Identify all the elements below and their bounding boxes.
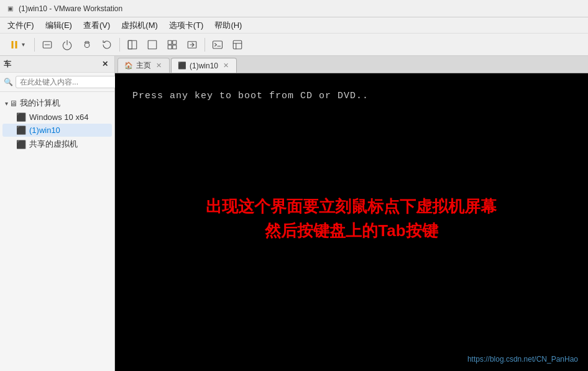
tree-section: ▾ 🖥 我的计算机 ⬛ Windows 10 x64 ⬛ (1)win10 ⬛ … bbox=[0, 92, 114, 155]
sidebar: 车 ✕ 🔍 ▾ ▾ 🖥 我的计算机 ⬛ Windows 10 x64 ⬛ (1)… bbox=[0, 56, 115, 371]
search-box: 🔍 ▾ bbox=[0, 73, 114, 92]
separator-1 bbox=[34, 38, 35, 52]
annotation-line-2: 然后按键盘上的Tab按键 bbox=[139, 218, 564, 242]
content-area: 🏠 主页 ✕ ⬛ (1)win10 ✕ Press any key to boo… bbox=[115, 56, 588, 371]
power-button[interactable] bbox=[58, 36, 76, 53]
svg-rect-13 bbox=[213, 41, 223, 48]
search-icon: 🔍 bbox=[4, 78, 13, 86]
vm-screen[interactable]: Press any key to boot from CD or DVD.. 出… bbox=[115, 73, 588, 371]
sidebar-item-win10x64[interactable]: ⬛ Windows 10 x64 bbox=[2, 111, 112, 124]
svg-rect-0 bbox=[12, 41, 14, 48]
normal-view-icon bbox=[127, 39, 138, 50]
menu-bar: 文件(F) 编辑(E) 查看(V) 虚拟机(M) 选项卡(T) 帮助(H) bbox=[0, 17, 588, 34]
menu-help[interactable]: 帮助(H) bbox=[209, 18, 247, 33]
app-icon: ▣ bbox=[5, 4, 15, 14]
pause-icon bbox=[9, 39, 20, 50]
boot-message: Press any key to boot from CD or DVD.. bbox=[132, 91, 369, 101]
annotation-line-1: 出现这个界面要立刻鼠标点下虚拟机屏幕 bbox=[139, 194, 564, 218]
revert-button[interactable] bbox=[98, 36, 116, 53]
settings-icon bbox=[232, 39, 243, 50]
sidebar-item-1win10-label: (1)win10 bbox=[29, 126, 60, 135]
tree-expand-icon: ▾ bbox=[5, 100, 8, 107]
separator-2 bbox=[119, 38, 120, 52]
svg-rect-6 bbox=[128, 40, 132, 49]
sidebar-item-1win10[interactable]: ⬛ (1)win10 bbox=[2, 124, 112, 137]
menu-vm[interactable]: 虚拟机(M) bbox=[116, 18, 163, 33]
fullscreen-button[interactable] bbox=[143, 36, 162, 53]
revert-icon bbox=[101, 39, 113, 50]
sidebar-item-win10x64-label: Windows 10 x64 bbox=[29, 112, 88, 122]
menu-tabs[interactable]: 选项卡(T) bbox=[164, 18, 209, 33]
svg-point-4 bbox=[85, 43, 90, 48]
annotation-text: 出现这个界面要立刻鼠标点下虚拟机屏幕 然后按键盘上的Tab按键 bbox=[139, 194, 564, 242]
vm-tab-icon: ⬛ bbox=[178, 62, 186, 70]
tab-1win10[interactable]: ⬛ (1)win10 ✕ bbox=[171, 58, 237, 73]
console-icon bbox=[212, 39, 223, 50]
snapshot-icon bbox=[81, 39, 93, 50]
pause-button[interactable]: ▾ bbox=[4, 36, 31, 53]
vm-icon-2: ⬛ bbox=[16, 126, 26, 135]
sidebar-close-button[interactable]: ✕ bbox=[99, 58, 111, 70]
main-layout: 车 ✕ 🔍 ▾ ▾ 🖥 我的计算机 ⬛ Windows 10 x64 ⬛ (1)… bbox=[0, 56, 588, 371]
tab-bar: 🏠 主页 ✕ ⬛ (1)win10 ✕ bbox=[115, 56, 588, 73]
sidebar-header: 车 ✕ bbox=[0, 56, 114, 73]
snapshot-button[interactable] bbox=[78, 36, 96, 53]
title-bar: ▣ (1)win10 - VMware Workstation bbox=[0, 0, 588, 17]
watermark: https://blog.csdn.net/CN_PanHao bbox=[467, 355, 578, 364]
tab-1win10-label: (1)win10 bbox=[190, 62, 218, 70]
auto-fit-button[interactable] bbox=[183, 36, 201, 53]
menu-edit[interactable]: 编辑(E) bbox=[40, 18, 77, 33]
svg-rect-10 bbox=[168, 45, 172, 48]
sidebar-item-shared-label: 共享的虚拟机 bbox=[29, 139, 78, 150]
toolbar: ▾ bbox=[0, 34, 588, 56]
svg-rect-5 bbox=[128, 40, 137, 49]
separator-3 bbox=[204, 38, 205, 52]
tab-home-close[interactable]: ✕ bbox=[154, 62, 163, 70]
power-icon bbox=[62, 39, 73, 50]
unity-button[interactable] bbox=[163, 36, 181, 53]
svg-rect-11 bbox=[173, 45, 177, 48]
ctrlaltdel-icon bbox=[42, 39, 53, 50]
tab-home-label: 主页 bbox=[136, 60, 151, 71]
tree-root-my-computer[interactable]: ▾ 🖥 我的计算机 bbox=[2, 96, 112, 111]
svg-rect-8 bbox=[168, 40, 172, 44]
tree-root-label: 我的计算机 bbox=[20, 98, 60, 109]
menu-file[interactable]: 文件(F) bbox=[2, 18, 39, 33]
normal-view-button[interactable] bbox=[123, 36, 142, 53]
svg-rect-9 bbox=[173, 40, 177, 44]
settings-button[interactable] bbox=[228, 36, 247, 53]
sidebar-title: 车 bbox=[4, 59, 11, 70]
shared-icon: ⬛ bbox=[16, 140, 26, 149]
console-button[interactable] bbox=[208, 36, 227, 53]
svg-rect-1 bbox=[16, 41, 17, 48]
computer-icon: 🖥 bbox=[9, 99, 17, 108]
home-icon: 🏠 bbox=[124, 62, 133, 70]
svg-rect-14 bbox=[233, 40, 242, 49]
unity-icon bbox=[167, 39, 178, 50]
sidebar-item-shared[interactable]: ⬛ 共享的虚拟机 bbox=[2, 137, 112, 152]
menu-view[interactable]: 查看(V) bbox=[78, 18, 115, 33]
send-ctrlaltdel-button[interactable] bbox=[38, 36, 57, 53]
search-input[interactable] bbox=[16, 76, 117, 88]
auto-fit-icon bbox=[186, 39, 198, 50]
window-title: (1)win10 - VMware Workstation bbox=[19, 4, 122, 13]
vm-icon-1: ⬛ bbox=[16, 112, 26, 122]
tab-home[interactable]: 🏠 主页 ✕ bbox=[117, 58, 170, 73]
tab-1win10-close[interactable]: ✕ bbox=[221, 62, 230, 70]
pause-dropdown-arrow[interactable]: ▾ bbox=[21, 40, 26, 49]
fullscreen-icon bbox=[147, 39, 158, 50]
svg-rect-7 bbox=[148, 40, 157, 49]
